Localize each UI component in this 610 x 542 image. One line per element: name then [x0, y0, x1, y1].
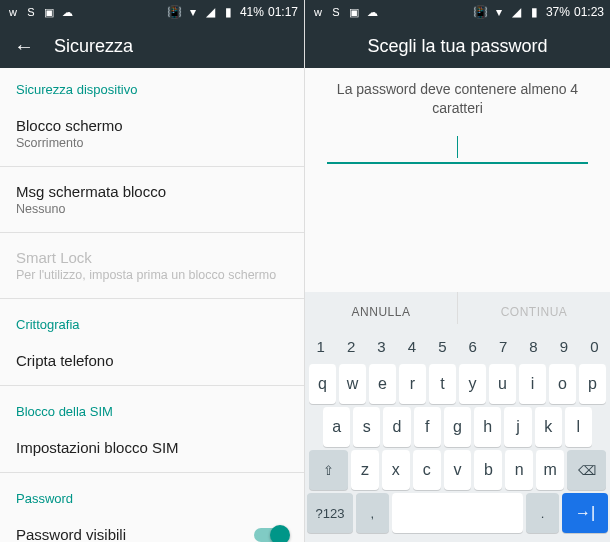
space-key[interactable]	[392, 493, 523, 533]
divider	[0, 232, 304, 233]
key-2[interactable]: 2	[337, 331, 364, 361]
cloud-icon: ☁	[60, 5, 74, 19]
key-z[interactable]: z	[351, 450, 379, 490]
key-k[interactable]: k	[535, 407, 562, 447]
vibrate-icon: 📳	[168, 5, 182, 19]
key-a[interactable]: a	[323, 407, 350, 447]
shift-key[interactable]: ⇧	[309, 450, 348, 490]
keyboard: 1 2 3 4 5 6 7 8 9 0 q w e r t y u i o p …	[305, 324, 610, 542]
settings-list[interactable]: Sicurezza dispositivo Blocco schermo Sco…	[0, 68, 304, 542]
signal-icon: ◢	[204, 5, 218, 19]
key-3[interactable]: 3	[368, 331, 395, 361]
key-9[interactable]: 9	[550, 331, 577, 361]
battery-icon: ▮	[222, 5, 236, 19]
period-key[interactable]: .	[526, 493, 559, 533]
section-crypto: Crittografia	[0, 303, 304, 340]
divider	[0, 385, 304, 386]
key-m[interactable]: m	[536, 450, 564, 490]
keyboard-number-row: 1 2 3 4 5 6 7 8 9 0	[307, 331, 608, 361]
encrypt-phone-item[interactable]: Cripta telefono	[0, 340, 304, 381]
battery-icon: ▮	[528, 5, 542, 19]
divider	[0, 472, 304, 473]
wifi-icon: ▾	[492, 5, 506, 19]
key-b[interactable]: b	[474, 450, 502, 490]
keyboard-row-4: ?123 , . →|	[307, 493, 608, 533]
key-8[interactable]: 8	[520, 331, 547, 361]
key-0[interactable]: 0	[581, 331, 608, 361]
key-l[interactable]: l	[565, 407, 592, 447]
key-4[interactable]: 4	[398, 331, 425, 361]
key-r[interactable]: r	[399, 364, 426, 404]
comma-key[interactable]: ,	[356, 493, 389, 533]
password-visible-item[interactable]: Password visibili	[0, 514, 304, 542]
sync-icon: S	[24, 5, 38, 19]
section-device-security: Sicurezza dispositivo	[0, 68, 304, 105]
page-title: Sicurezza	[54, 36, 133, 57]
keyboard-row-1: q w e r t y u i o p	[307, 364, 608, 404]
symbols-key[interactable]: ?123	[307, 493, 353, 533]
key-v[interactable]: v	[444, 450, 472, 490]
key-q[interactable]: q	[309, 364, 336, 404]
screen-lock-item[interactable]: Blocco schermo Scorrimento	[0, 105, 304, 162]
key-i[interactable]: i	[519, 364, 546, 404]
password-input[interactable]	[457, 136, 458, 158]
key-t[interactable]: t	[429, 364, 456, 404]
clock: 01:17	[268, 5, 298, 19]
key-j[interactable]: j	[504, 407, 531, 447]
key-5[interactable]: 5	[429, 331, 456, 361]
key-n[interactable]: n	[505, 450, 533, 490]
key-u[interactable]: u	[489, 364, 516, 404]
password-hint: La password deve contenere almeno 4 cara…	[305, 68, 610, 126]
key-e[interactable]: e	[369, 364, 396, 404]
key-c[interactable]: c	[413, 450, 441, 490]
wifi-icon: ▾	[186, 5, 200, 19]
clock: 01:23	[574, 5, 604, 19]
keyboard-row-2: a s d f g h j k l	[307, 407, 608, 447]
app-bar: ← Sicurezza	[0, 24, 304, 68]
signal-icon: ◢	[510, 5, 524, 19]
key-7[interactable]: 7	[489, 331, 516, 361]
status-bar: w S ▣ ☁ 📳 ▾ ◢ ▮ 37% 01:23	[305, 0, 610, 24]
wifi-calling-icon: w	[311, 5, 325, 19]
security-settings-screen: w S ▣ ☁ 📳 ▾ ◢ ▮ 41% 01:17 ← Sicurezza Si…	[0, 0, 305, 542]
enter-key[interactable]: →|	[562, 493, 608, 533]
status-bar: w S ▣ ☁ 📳 ▾ ◢ ▮ 41% 01:17	[0, 0, 304, 24]
key-w[interactable]: w	[339, 364, 366, 404]
key-y[interactable]: y	[459, 364, 486, 404]
key-f[interactable]: f	[414, 407, 441, 447]
cast-icon: ▣	[347, 5, 361, 19]
battery-percent: 37%	[546, 5, 570, 19]
page-title: Scegli la tua password	[367, 36, 547, 57]
battery-percent: 41%	[240, 5, 264, 19]
key-6[interactable]: 6	[459, 331, 486, 361]
key-p[interactable]: p	[579, 364, 606, 404]
key-s[interactable]: s	[353, 407, 380, 447]
wifi-calling-icon: w	[6, 5, 20, 19]
password-visible-toggle[interactable]	[254, 528, 288, 542]
back-icon[interactable]: ←	[14, 35, 34, 58]
key-h[interactable]: h	[474, 407, 501, 447]
key-o[interactable]: o	[549, 364, 576, 404]
cast-icon: ▣	[42, 5, 56, 19]
vibrate-icon: 📳	[474, 5, 488, 19]
keyboard-row-3: ⇧ z x c v b n m ⌫	[307, 450, 608, 490]
password-field-wrap	[305, 126, 610, 164]
divider	[0, 298, 304, 299]
divider	[0, 166, 304, 167]
choose-password-screen: w S ▣ ☁ 📳 ▾ ◢ ▮ 37% 01:23 Scegli la tua …	[305, 0, 610, 542]
app-bar: Scegli la tua password	[305, 24, 610, 68]
key-x[interactable]: x	[382, 450, 410, 490]
sync-icon: S	[329, 5, 343, 19]
sim-lock-settings-item[interactable]: Impostazioni blocco SIM	[0, 427, 304, 468]
lock-screen-message-item[interactable]: Msg schermata blocco Nessuno	[0, 171, 304, 228]
section-password: Password	[0, 477, 304, 514]
section-sim-lock: Blocco della SIM	[0, 390, 304, 427]
key-g[interactable]: g	[444, 407, 471, 447]
backspace-key[interactable]: ⌫	[567, 450, 606, 490]
cloud-icon: ☁	[365, 5, 379, 19]
key-1[interactable]: 1	[307, 331, 334, 361]
smart-lock-item: Smart Lock Per l'utilizzo, imposta prima…	[0, 237, 304, 294]
key-d[interactable]: d	[383, 407, 410, 447]
